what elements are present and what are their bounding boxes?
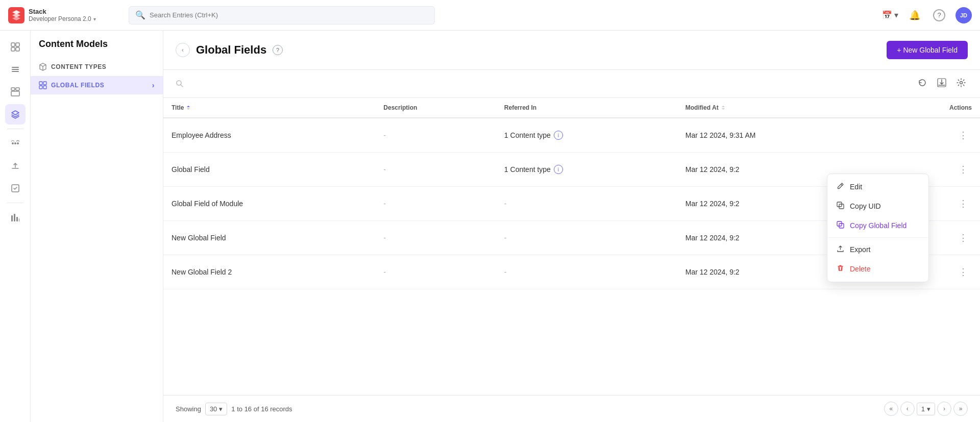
calendar-chevron-icon: ▾	[894, 10, 898, 20]
row-desc-2: -	[375, 187, 496, 221]
help-circle-button[interactable]: ?	[273, 45, 283, 55]
export-icon	[836, 245, 845, 254]
table-search[interactable]	[176, 80, 184, 88]
row-title-2: Global Field of Module	[163, 187, 375, 221]
stack-info: Stack Developer Persona 2.0 ▾	[29, 8, 96, 22]
svg-rect-6	[12, 69, 19, 70]
content-area: ‹ Global Fields ? + New Global Field	[163, 31, 980, 422]
info-icon-1[interactable]: i	[554, 165, 563, 174]
page-title: Global Fields	[196, 43, 266, 57]
tasks-icon	[11, 184, 20, 193]
logo-icon	[8, 7, 24, 23]
menu-copy-uid-label: Copy UID	[850, 202, 881, 210]
row-referred-4: -	[496, 255, 677, 289]
svg-rect-10	[11, 91, 19, 96]
sidebar-icon-blocks[interactable]	[5, 82, 26, 102]
upload-icon	[11, 161, 20, 170]
row-actions-button-1[interactable]: ⋮	[954, 162, 972, 177]
row-referred-1: 1 Content type i	[496, 153, 677, 187]
current-page-control[interactable]: 1 ▾	[917, 403, 935, 415]
per-page-chevron-icon: ▾	[219, 405, 223, 413]
delete-icon	[836, 264, 845, 274]
refresh-icon	[918, 78, 927, 87]
menu-item-delete[interactable]: Delete	[827, 259, 928, 279]
sort-icon	[186, 105, 191, 111]
menu-item-copy-global-field[interactable]: Copy Global Field	[827, 216, 928, 235]
row-modified-0: Mar 12 2024, 9:31 AM	[677, 118, 887, 153]
row-desc-3: -	[375, 221, 496, 255]
settings-button[interactable]	[954, 76, 968, 91]
table-search-icon	[176, 80, 184, 88]
nav-item-global-fields[interactable]: GLOBAL FIELDS ›	[31, 76, 163, 94]
stack-subtitle-area[interactable]: Developer Persona 2.0 ▾	[29, 15, 96, 22]
stack-name: Stack	[29, 8, 96, 15]
row-title-1: Global Field	[163, 153, 375, 187]
menu-item-copy-uid[interactable]: Copy UID	[827, 196, 928, 216]
sidebar-icon-dashboard[interactable]	[5, 37, 26, 57]
prev-page-button[interactable]: ‹	[900, 402, 915, 416]
svg-point-25	[960, 82, 963, 84]
row-actions-button-4[interactable]: ⋮	[954, 264, 972, 280]
menu-item-edit[interactable]: Edit	[827, 177, 928, 196]
refresh-button[interactable]	[916, 76, 929, 91]
info-icon-0[interactable]: i	[554, 131, 563, 140]
sidebar-icon-analytics[interactable]	[5, 207, 26, 228]
analytics-icon	[11, 213, 20, 222]
sidebar-icon-upload[interactable]	[5, 156, 26, 176]
search-icon: 🔍	[135, 10, 145, 20]
modified-sort[interactable]: Modified At	[685, 104, 726, 111]
sidebar-icon-tasks[interactable]	[5, 178, 26, 198]
new-global-field-button[interactable]: + New Global Field	[887, 41, 968, 59]
global-fields-label: GLOBAL FIELDS	[51, 82, 104, 89]
last-page-button[interactable]: »	[953, 402, 968, 416]
svg-rect-3	[11, 47, 15, 51]
menu-item-export[interactable]: Export	[827, 240, 928, 259]
calendar-button[interactable]: 📅 ▾	[882, 10, 898, 20]
row-title-3: New Global Field	[163, 221, 375, 255]
signal-icon	[11, 139, 20, 148]
bell-button[interactable]: 🔔	[906, 7, 923, 23]
sidebar-icon-layers[interactable]	[5, 104, 26, 125]
back-button[interactable]: ‹	[176, 43, 190, 57]
svg-rect-9	[16, 88, 19, 90]
table-footer: Showing 30 ▾ 1 to 16 of 16 records « ‹ 1…	[163, 395, 980, 422]
per-page-select[interactable]: 30 ▾	[205, 403, 227, 415]
svg-rect-18	[19, 218, 19, 221]
row-actions-0: ⋮	[886, 118, 980, 153]
logo-area: Stack Developer Persona 2.0 ▾	[8, 7, 120, 23]
first-page-button[interactable]: «	[884, 402, 898, 416]
context-menu: Edit Copy UID Copy Globa	[827, 173, 929, 282]
row-actions-button-0[interactable]: ⋮	[954, 128, 972, 143]
global-search-bar[interactable]: 🔍	[129, 6, 435, 24]
col-description: Description	[375, 98, 496, 118]
page-chevron-icon: ▾	[927, 405, 930, 413]
svg-rect-22	[43, 86, 46, 89]
title-sort[interactable]: Title	[172, 104, 191, 111]
menu-copy-global-field-label: Copy Global Field	[850, 221, 906, 230]
download-button[interactable]	[935, 76, 948, 91]
nav-item-content-types[interactable]: CONTENT TYPES	[31, 58, 163, 76]
help-button[interactable]: ?	[931, 7, 947, 23]
sidebar-icon-list[interactable]	[5, 59, 26, 80]
row-referred-2: -	[496, 187, 677, 221]
download-icon	[937, 78, 946, 87]
sidebar-icon-signal[interactable]	[5, 133, 26, 154]
pagination: « ‹ 1 ▾ › »	[884, 402, 968, 416]
next-page-button[interactable]: ›	[937, 402, 951, 416]
stack-subtitle: Developer Persona 2.0	[29, 15, 91, 22]
svg-rect-16	[14, 214, 15, 221]
svg-rect-7	[12, 71, 19, 72]
search-input[interactable]	[150, 11, 428, 19]
svg-rect-20	[43, 82, 46, 85]
row-actions-button-3[interactable]: ⋮	[954, 230, 972, 245]
menu-delete-label: Delete	[850, 265, 870, 273]
left-nav-title: Content Models	[31, 39, 163, 58]
header-right: 📅 ▾ 🔔 ? JD	[882, 7, 972, 23]
row-title-0: Employee Address	[163, 118, 375, 153]
main-layout: Content Models CONTENT TYPES GLOB	[0, 0, 980, 422]
edit-icon	[836, 182, 845, 191]
content-types-label: CONTENT TYPES	[51, 63, 106, 70]
row-referred-3: -	[496, 221, 677, 255]
row-actions-button-2[interactable]: ⋮	[954, 196, 972, 211]
user-avatar[interactable]: JD	[955, 7, 972, 23]
